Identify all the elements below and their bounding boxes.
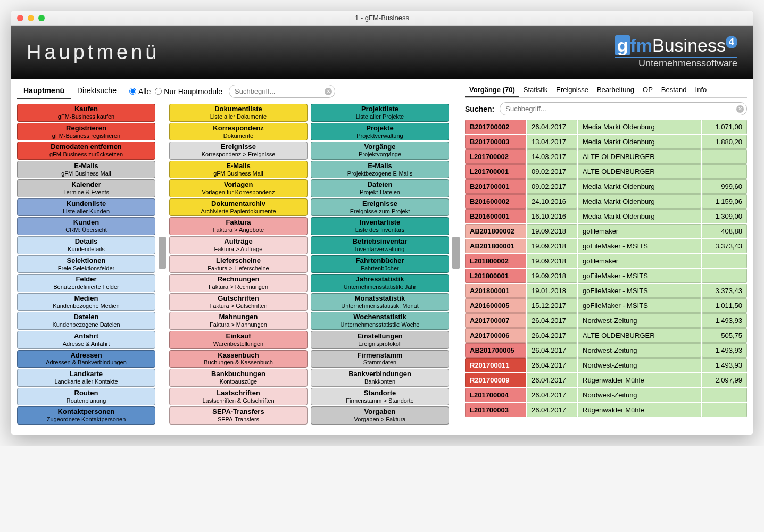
menu-button[interactable]: BankverbindungenBankkonten xyxy=(311,369,449,387)
menu-button[interactable]: FakturaFaktura > Angebote xyxy=(169,217,308,235)
menu-button-subtitle: Liste des Inventars xyxy=(313,227,446,234)
table-row[interactable]: AB20180000219.09.2018gofilemaker408,88 xyxy=(465,224,747,238)
menu-button[interactable]: AdressenAdressen & Bankverbindungen xyxy=(17,350,155,368)
tab-hauptmenu[interactable]: Hauptmenü xyxy=(17,83,71,99)
menu-button[interactable]: ProjektlisteListe aller Projekte xyxy=(311,104,449,122)
table-row[interactable]: B20170000226.04.2017Media Markt Oldenbur… xyxy=(465,120,747,134)
menu-button[interactable]: EinkaufWarenbestellungen xyxy=(169,331,308,349)
menu-button[interactable]: EreignisseEreignisse zum Projekt xyxy=(311,198,449,217)
menu-button[interactable]: KundenCRM: Übersicht xyxy=(17,217,155,235)
right-tab[interactable]: OP xyxy=(638,83,657,97)
cell-amount xyxy=(702,164,747,179)
menu-button[interactable]: DokumentlisteListe aller Dokumente xyxy=(169,104,308,122)
menu-button[interactable]: FahrtenbücherFahrtenbücher xyxy=(311,255,449,273)
menu-button-title: Einkauf xyxy=(172,332,305,340)
menu-button[interactable]: DetailsKundendetails xyxy=(17,236,155,254)
menu-button[interactable]: MahnungenFaktura > Mahnungen xyxy=(169,312,308,330)
menu-button[interactable]: SelektionenFreie Selektionsfelder xyxy=(17,255,155,273)
menu-button[interactable]: RoutenRoutenplanung xyxy=(17,388,155,406)
table-row[interactable]: L20170000109.02.2017ALTE OLDENBURGER xyxy=(465,164,747,179)
menu-button[interactable]: BankbuchungenKontoauszüge xyxy=(169,369,308,387)
table-row[interactable]: B20170000313.04.2017Media Markt Oldenbur… xyxy=(465,135,747,149)
table-row[interactable]: L20180000119.09.2018goFileMaker - MSITS xyxy=(465,269,747,283)
menu-button[interactable]: LandkarteLandkarte aller Kontakte xyxy=(17,369,155,387)
menu-button[interactable]: DateienKundenbezogene Dateien xyxy=(17,312,155,330)
menu-button[interactable]: LieferscheineFaktura > Lieferscheine xyxy=(169,255,308,273)
menu-button-title: Inventarliste xyxy=(313,219,446,227)
menu-button[interactable]: AnfahrtAdresse & Anfahrt xyxy=(17,331,155,349)
cell-amount: 2.097,99 xyxy=(702,373,747,387)
menu-button-title: Aufträge xyxy=(172,238,305,246)
menu-button[interactable]: KontaktpersonenZugeordnete Kontaktperson… xyxy=(17,406,155,425)
menu-button[interactable]: VorgabenVorgaben > Faktura xyxy=(311,406,449,425)
menu-button[interactable]: E-MailsProjektbezogene E-Mails xyxy=(311,161,449,179)
scrollbar[interactable] xyxy=(452,237,460,269)
tab-direktsuche[interactable]: Direktsuche xyxy=(71,83,123,99)
menu-button[interactable]: VorlagenVorlagen für Korrespondenz xyxy=(169,179,308,197)
cell-amount: 1.493,93 xyxy=(702,358,747,372)
menu-button[interactable]: E-MailsgFM-Business Mail xyxy=(169,161,308,179)
table-row[interactable]: AB20170000526.04.2017Nordwest-Zeitung1.4… xyxy=(465,343,747,358)
menu-button[interactable]: VorgängeProjektvorgänge xyxy=(311,142,449,160)
right-tab[interactable]: Statistik xyxy=(519,83,552,97)
menu-button[interactable]: WochenstatistikUnternehmensstatistik: Wo… xyxy=(311,312,449,330)
table-row[interactable]: L20170000214.03.2017ALTE OLDENBURGER xyxy=(465,149,747,164)
right-tab[interactable]: Vorgänge (70) xyxy=(465,83,519,97)
menu-button[interactable]: KalenderTermine & Events xyxy=(17,179,155,197)
radio-alle[interactable]: Alle xyxy=(129,87,151,96)
menu-button[interactable]: FirmenstammStammdaten xyxy=(311,350,449,368)
right-tab[interactable]: Bearbeitung xyxy=(593,83,638,97)
clear-icon[interactable]: ✕ xyxy=(325,88,332,95)
menu-button[interactable]: KaufengFM-Business kaufen xyxy=(17,104,155,122)
table-row[interactable]: R20170001126.04.2017Nordwest-Zeitung1.49… xyxy=(465,358,747,372)
menu-button[interactable]: StandorteFirmenstamm > Standorte xyxy=(311,388,449,406)
cell-id: L201700001 xyxy=(465,164,526,179)
table-row[interactable]: A20170000726.04.2017Nordwest-Zeitung1.49… xyxy=(465,313,747,328)
right-tab[interactable]: Ereignisse xyxy=(552,83,593,97)
right-tab[interactable]: Bestand xyxy=(657,83,691,97)
menu-button-subtitle: Dokumente xyxy=(172,132,305,139)
table-row[interactable]: R20170000926.04.2017Rügenwalder Mühle2.0… xyxy=(465,373,747,387)
table-row[interactable]: L20170000326.04.2017Rügenwalder Mühle xyxy=(465,403,747,417)
menu-button[interactable]: ProjekteProjektverwaltung xyxy=(311,123,449,141)
menu-button[interactable]: InventarlisteListe des Inventars xyxy=(311,217,449,235)
menu-button[interactable]: JahresstatistikUnternehmensstatistik: Ja… xyxy=(311,274,449,292)
table-row[interactable]: A20160000515.12.2017goFileMaker - MSITS1… xyxy=(465,298,747,313)
menu-button[interactable]: DateienProjekt-Dateien xyxy=(311,179,449,197)
menu-button[interactable]: Demodaten entfernengFM-Business zurückse… xyxy=(17,142,155,160)
menu-button[interactable]: SEPA-TransfersSEPA-Transfers xyxy=(169,406,308,425)
menu-button[interactable]: EreignisseKorrespondenz > Ereignisse xyxy=(169,142,308,160)
table-row[interactable]: B20170000109.02.2017Media Markt Oldenbur… xyxy=(465,179,747,194)
table-row[interactable]: AB20180000119.09.2018goFileMaker - MSITS… xyxy=(465,239,747,253)
menu-button[interactable]: LastschriftenLastschriften & Gutschrifte… xyxy=(169,388,308,406)
menu-button[interactable]: MonatsstatistikUnternehmensstatistik: Mo… xyxy=(311,293,449,311)
menu-button[interactable]: EinstellungenEreignisprotokoll xyxy=(311,331,449,349)
menu-button[interactable]: BetriebsinventarInventarverwaltung xyxy=(311,236,449,254)
menu-button[interactable]: E-MailsgFM-Business Mail xyxy=(17,161,155,179)
right-tab[interactable]: Info xyxy=(691,83,711,97)
table-row[interactable]: L20180000219.09.2018gofilemaker xyxy=(465,254,747,268)
table-row[interactable]: B20160000224.10.2016Media Markt Oldenbur… xyxy=(465,194,747,209)
radio-hauptmodule[interactable]: Nur Hauptmodule xyxy=(155,87,222,96)
menu-button[interactable]: FelderBenutzerdefinierte Felder xyxy=(17,274,155,292)
search-input[interactable] xyxy=(229,85,335,98)
menu-button-subtitle: gFM-Business registrieren xyxy=(20,132,153,139)
table-row[interactable]: A20170000626.04.2017ALTE OLDENBURGER505,… xyxy=(465,328,747,343)
table-row[interactable]: A20180000119.01.2018goFileMaker - MSITS3… xyxy=(465,284,747,298)
table-row[interactable]: L20170000426.04.2017Nordwest-Zeitung xyxy=(465,388,747,402)
right-search-input[interactable] xyxy=(500,102,747,115)
menu-button[interactable]: RegistrierengFM-Business registrieren xyxy=(17,123,155,141)
menu-button[interactable]: RechnungenFaktura > Rechnungen xyxy=(169,274,308,292)
menu-button[interactable]: MedienKundenbezogene Medien xyxy=(17,293,155,311)
menu-button[interactable]: KundenlisteListe aller Kunden xyxy=(17,198,155,217)
menu-button[interactable]: DokumentarchivArchivierte Papierdokument… xyxy=(169,198,308,217)
scrollbar[interactable] xyxy=(159,237,166,269)
table-row[interactable]: B20160000116.10.2016Media Markt Oldenbur… xyxy=(465,209,747,223)
menu-button[interactable]: KorrespondenzDokumente xyxy=(169,123,308,141)
menu-button-title: Fahrtenbücher xyxy=(313,257,446,265)
menu-button[interactable]: AufträgeFaktura > Aufträge xyxy=(169,236,308,254)
menu-button[interactable]: KassenbuchBuchungen & Kassenbuch xyxy=(169,350,308,368)
clear-icon[interactable]: ✕ xyxy=(736,105,744,113)
menu-button[interactable]: GutschriftenFaktura > Gutschriften xyxy=(169,293,308,311)
menu-button-title: Mahnungen xyxy=(172,313,305,321)
